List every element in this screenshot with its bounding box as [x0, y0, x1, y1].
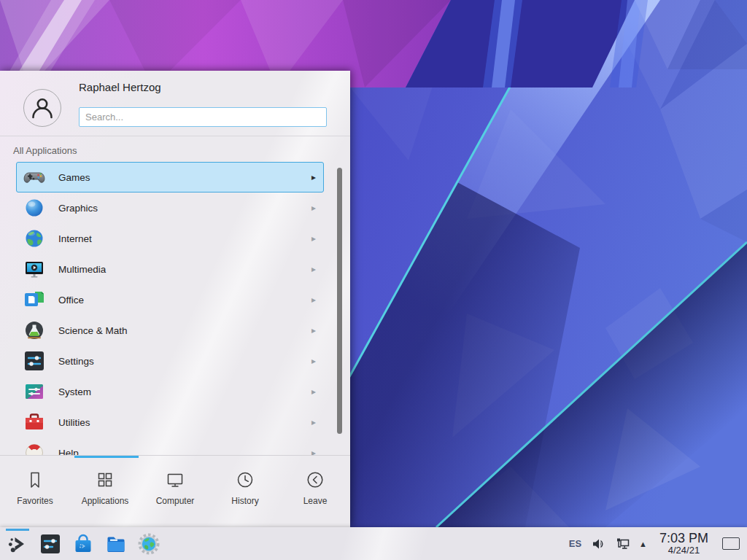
category-list: Games ▸ Graphics ▸: [0, 162, 350, 455]
leave-icon: [306, 470, 325, 489]
submenu-arrow-icon: ▸: [311, 203, 316, 213]
category-label: Office: [58, 295, 299, 306]
history-icon: [236, 470, 255, 489]
category-label: Multimedia: [58, 264, 299, 275]
menu-header: Raphael Hertzog: [0, 71, 350, 136]
help-icon: [23, 441, 46, 455]
category-label: Help: [58, 448, 299, 456]
games-icon: [23, 166, 46, 189]
category-office[interactable]: Office ▸: [16, 284, 324, 315]
category-label: Internet: [58, 233, 299, 244]
submenu-arrow-icon: ▸: [311, 417, 316, 427]
category-multimedia[interactable]: Multimedia ▸: [16, 254, 324, 284]
internet-icon: [23, 227, 46, 250]
tab-label: Leave: [303, 496, 328, 506]
tray-expander-icon[interactable]: ▲: [639, 540, 647, 548]
user-icon: [28, 93, 57, 122]
volume-icon[interactable]: [591, 537, 605, 551]
desktop: Raphael Hertzog All Applications Games ▸: [0, 0, 747, 560]
category-label: Settings: [58, 356, 299, 367]
category-label: Graphics: [58, 203, 299, 214]
submenu-arrow-icon: ▸: [311, 356, 316, 366]
utilities-icon: [23, 411, 46, 434]
category-internet[interactable]: Internet ▸: [16, 223, 324, 254]
favorites-icon: [26, 470, 44, 489]
category-label: Utilities: [58, 417, 299, 428]
science-icon: [23, 319, 46, 342]
tab-label: Computer: [156, 496, 195, 506]
taskbar: ES ▲ 7:03 PM 4/24/21: [0, 527, 747, 560]
category-label: Games: [58, 172, 299, 183]
category-help[interactable]: Help ▸: [16, 438, 324, 455]
show-desktop-button[interactable]: [722, 537, 740, 550]
search-input[interactable]: [79, 107, 327, 127]
user-avatar[interactable]: [23, 89, 61, 127]
tab-leave[interactable]: Leave: [280, 456, 350, 527]
submenu-arrow-icon: ▸: [311, 295, 316, 305]
clock-date: 4/24/21: [659, 545, 708, 556]
category-system[interactable]: System ▸: [16, 376, 324, 407]
file-manager-icon[interactable]: [104, 532, 128, 556]
category-settings[interactable]: Settings ▸: [16, 346, 324, 376]
system-tray: ES ▲ 7:03 PM 4/24/21: [569, 532, 747, 556]
network-icon[interactable]: [615, 537, 630, 551]
settings-icon: [23, 349, 46, 373]
applications-icon: [96, 470, 115, 489]
tab-label: Favorites: [17, 496, 53, 506]
graphics-icon: [23, 196, 46, 219]
category-label: Science & Math: [58, 325, 299, 336]
clock-time: 7:03 PM: [659, 532, 708, 545]
multimedia-icon: [23, 257, 46, 281]
taskbar-launchers: [0, 532, 160, 556]
menu-footer: Favorites Applications Computer: [0, 455, 350, 527]
category-utilities[interactable]: Utilities ▸: [16, 407, 324, 438]
submenu-arrow-icon: ▸: [311, 233, 316, 244]
tab-label: History: [231, 496, 258, 506]
application-launcher-menu: Raphael Hertzog All Applications Games ▸: [0, 71, 350, 527]
system-settings-icon[interactable]: [39, 532, 62, 556]
category-games[interactable]: Games ▸: [16, 162, 324, 192]
discover-icon[interactable]: [71, 532, 95, 556]
category-label: System: [58, 386, 299, 397]
list-scrollbar[interactable]: [337, 168, 342, 434]
web-globe-icon[interactable]: [137, 532, 160, 556]
tab-history[interactable]: History: [210, 456, 280, 527]
tab-label: Applications: [82, 496, 129, 506]
keyboard-layout-indicator[interactable]: ES: [569, 538, 581, 549]
category-graphics[interactable]: Graphics ▸: [16, 192, 324, 223]
computer-icon: [166, 470, 185, 489]
tab-applications[interactable]: Applications: [70, 456, 140, 527]
system-icon: [23, 380, 46, 403]
submenu-arrow-icon: ▸: [311, 172, 316, 182]
launcher-active-indicator: [6, 529, 29, 531]
office-icon: [23, 288, 46, 311]
category-science-math[interactable]: Science & Math ▸: [16, 315, 324, 346]
tab-favorites[interactable]: Favorites: [0, 456, 70, 527]
section-label: All Applications: [13, 145, 77, 156]
submenu-arrow-icon: ▸: [311, 264, 316, 274]
submenu-arrow-icon: ▸: [311, 448, 316, 455]
kickoff-icon[interactable]: [6, 532, 29, 556]
submenu-arrow-icon: ▸: [311, 325, 316, 335]
submenu-arrow-icon: ▸: [311, 386, 316, 397]
active-tab-indicator: [74, 456, 139, 458]
user-name: Raphael Hertzog: [79, 81, 161, 93]
tab-computer[interactable]: Computer: [140, 456, 210, 527]
digital-clock[interactable]: 7:03 PM 4/24/21: [659, 532, 708, 556]
